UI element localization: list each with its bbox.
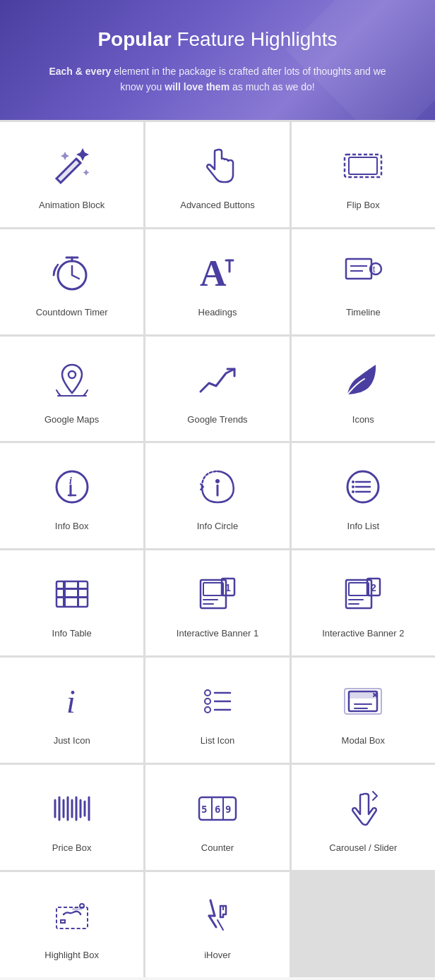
grid-item-info-list[interactable]: Info List (292, 443, 435, 548)
grid-item-counter[interactable]: 5 6 9 Counter (145, 765, 289, 870)
item-label-advanced-buttons: Advanced Buttons (180, 200, 255, 212)
banner1-icon: 1 (193, 570, 242, 618)
modal-icon (339, 677, 387, 725)
flipbox-icon (339, 142, 387, 190)
heading-icon: A (193, 249, 242, 297)
svg-rect-77 (56, 907, 88, 928)
counter-icon: 5 6 9 (193, 785, 242, 833)
svg-point-18 (215, 479, 220, 483)
item-label-animation-block: Animation Block (39, 200, 105, 212)
grid-item-price-box[interactable]: Price Box (0, 765, 143, 870)
grid-item-modal-box[interactable]: Modal Box (292, 658, 435, 763)
item-label-counter: Counter (201, 842, 234, 854)
svg-text:5: 5 (201, 804, 207, 815)
listicon-icon (193, 677, 242, 725)
svg-point-49 (205, 690, 210, 696)
grid-item-google-maps[interactable]: Google Maps (0, 337, 143, 442)
svg-text:1: 1 (225, 582, 231, 593)
map-icon (48, 356, 96, 404)
item-label-highlight-box: Highlight Box (44, 950, 99, 962)
item-label-info-box: Info Box (55, 521, 89, 533)
grid-item-animation-block[interactable]: Animation Block (0, 122, 143, 227)
item-label-info-circle: Info Circle (197, 521, 239, 533)
item-label-ihover: iHover (204, 950, 231, 962)
timeline-icon: t (339, 249, 387, 297)
svg-rect-28 (64, 581, 64, 607)
svg-rect-27 (56, 581, 88, 607)
svg-line-81 (209, 916, 216, 927)
item-label-headings: Headings (198, 307, 237, 319)
page-subtitle: Each & every element in the package is c… (48, 63, 387, 95)
svg-point-14 (56, 471, 88, 502)
item-label-icons: Icons (352, 414, 374, 426)
pointer-icon (193, 142, 242, 190)
svg-point-26 (352, 490, 354, 493)
svg-rect-8 (346, 259, 371, 279)
grid-item-headings[interactable]: A Headings (145, 229, 289, 334)
grid-item-timeline[interactable]: t Timeline (292, 229, 435, 334)
grid-item-info-table[interactable]: Info Table (0, 550, 143, 655)
svg-rect-43 (349, 583, 369, 595)
item-label-info-table: Info Table (52, 628, 92, 640)
svg-text:i: i (66, 684, 76, 720)
item-label-google-trends: Google Trends (187, 414, 247, 426)
item-label-price-box: Price Box (52, 842, 92, 854)
grid-item-ihover[interactable]: iHover (145, 872, 289, 977)
item-label-just-icon: Just Icon (54, 735, 90, 747)
svg-point-50 (205, 698, 210, 704)
item-label-carousel-slider: Carousel / Slider (329, 842, 397, 854)
infolist-icon (339, 463, 387, 511)
leaf-icon (339, 356, 387, 404)
carousel-icon (339, 785, 387, 833)
ihover-icon (193, 892, 242, 940)
grid-item-icons[interactable]: Icons (292, 337, 435, 442)
item-label-interactive-banner-2: Interactive Banner 2 (322, 628, 404, 640)
infobox-icon: i (48, 463, 96, 511)
grid-item-highlight-box[interactable]: Highlight Box (0, 872, 143, 977)
svg-text:t: t (373, 265, 376, 274)
justicon-icon: i (48, 677, 96, 725)
grid-item-interactive-banner-2[interactable]: 2 Interactive Banner 2 (292, 550, 435, 655)
svg-point-25 (352, 485, 354, 488)
item-label-interactive-banner-1: Interactive Banner 1 (177, 628, 258, 640)
item-label-flip-box: Flip Box (347, 200, 380, 212)
item-label-timeline: Timeline (346, 307, 381, 319)
svg-line-79 (210, 900, 215, 916)
svg-point-13 (68, 371, 76, 378)
item-label-google-maps: Google Maps (44, 414, 99, 426)
item-label-countdown-timer: Countdown Timer (36, 307, 108, 319)
grid-item-flip-box[interactable]: Flip Box (292, 122, 435, 227)
pricebox-icon (48, 785, 96, 833)
grid-item-just-icon[interactable]: i Just Icon (0, 658, 143, 763)
svg-point-24 (352, 480, 354, 483)
svg-text:6: 6 (215, 804, 220, 815)
grid-item-info-circle[interactable]: Info Circle (145, 443, 289, 548)
grid-item-countdown-timer[interactable]: Countdown Timer (0, 229, 143, 334)
banner2-icon: 2 (339, 570, 387, 618)
svg-rect-37 (203, 583, 223, 595)
svg-rect-2 (349, 157, 377, 174)
timer-icon (48, 249, 96, 297)
grid-item-carousel-slider[interactable]: Carousel / Slider (292, 765, 435, 870)
highlight-icon (48, 892, 96, 940)
svg-text:9: 9 (225, 804, 231, 815)
svg-point-51 (205, 707, 210, 713)
grid-item-info-box[interactable]: i Info Box (0, 443, 143, 548)
magic-icon (48, 142, 96, 190)
page-title: Popular Feature Highlights (21, 28, 414, 51)
item-label-list-icon: List Icon (201, 735, 234, 747)
grid-item-list-icon[interactable]: List Icon (145, 658, 289, 763)
item-label-modal-box: Modal Box (342, 735, 385, 747)
grid-item-advanced-buttons[interactable]: Advanced Buttons (145, 122, 289, 227)
table-icon (48, 570, 96, 618)
page-header: Popular Feature Highlights Each & every … (0, 0, 435, 120)
svg-text:A: A (200, 253, 227, 294)
feature-grid: Animation Block Advanced Buttons Flip Bo… (0, 120, 435, 977)
svg-text:2: 2 (371, 582, 376, 593)
item-label-info-list: Info List (347, 521, 380, 533)
svg-rect-57 (349, 691, 377, 698)
grid-item-interactive-banner-1[interactable]: 1 Interactive Banner 1 (145, 550, 289, 655)
grid-item-google-trends[interactable]: Google Trends (145, 337, 289, 442)
trends-icon (193, 356, 242, 404)
svg-line-82 (218, 920, 223, 930)
